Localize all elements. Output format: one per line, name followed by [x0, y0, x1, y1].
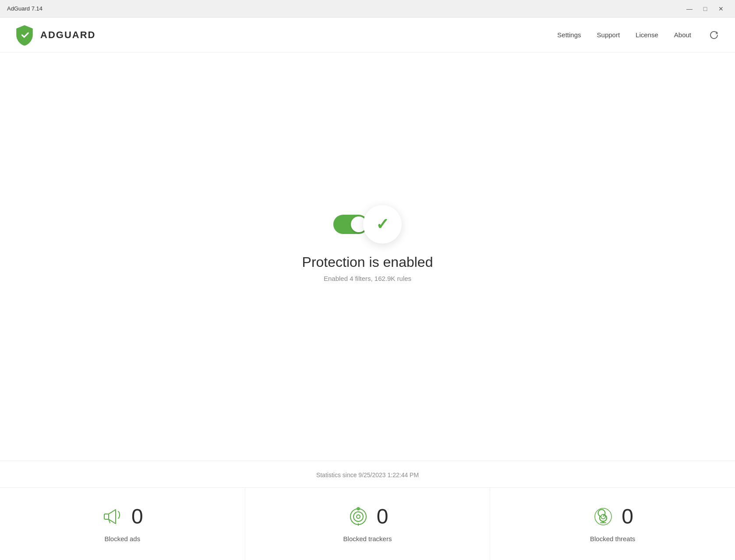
maximize-button[interactable]: □ — [698, 3, 712, 15]
target-icon — [347, 505, 370, 528]
blocked-trackers-stat: 0 Blocked trackers — [245, 488, 491, 560]
minimize-button[interactable]: — — [682, 3, 696, 15]
stats-date: Statistics since 9/25/2023 1:22:44 PM — [0, 461, 735, 488]
svg-point-3 — [357, 515, 360, 518]
biohazard-icon — [592, 505, 615, 528]
svg-point-1 — [350, 509, 366, 525]
blocked-ads-stat-top: 0 — [102, 505, 143, 528]
adguard-logo-icon — [14, 25, 35, 46]
window-controls: — □ ✕ — [682, 3, 728, 15]
protection-status-title: Protection is enabled — [302, 254, 433, 270]
stats-grid: 0 Blocked ads 0 Blocked t — [0, 488, 735, 560]
license-nav[interactable]: License — [636, 31, 658, 39]
protection-status-subtitle: Enabled 4 filters, 162.9K rules — [324, 275, 411, 282]
blocked-threats-count: 0 — [622, 506, 633, 527]
support-nav[interactable]: Support — [597, 31, 620, 39]
header: ADGUARD Settings Support License About — [0, 18, 735, 53]
app-window: ADGUARD Settings Support License About ✓ — [0, 18, 735, 560]
nav-bar: Settings Support License About — [557, 28, 721, 42]
blocked-ads-count: 0 — [131, 506, 143, 527]
blocked-trackers-label: Blocked trackers — [343, 535, 392, 542]
about-nav[interactable]: About — [674, 31, 691, 39]
refresh-icon — [709, 30, 719, 40]
titlebar: AdGuard 7.14 — □ ✕ — [0, 0, 735, 18]
protection-toggle-area: ✓ — [333, 205, 402, 244]
svg-point-2 — [353, 512, 363, 521]
logo-text: ADGUARD — [40, 29, 95, 41]
settings-nav[interactable]: Settings — [557, 31, 581, 39]
blocked-threats-label: Blocked threats — [590, 535, 635, 542]
stats-section: Statistics since 9/25/2023 1:22:44 PM 0 … — [0, 461, 735, 560]
check-mark-icon: ✓ — [376, 215, 389, 234]
close-button[interactable]: ✕ — [714, 3, 728, 15]
blocked-trackers-stat-top: 0 — [347, 505, 389, 528]
blocked-ads-label: Blocked ads — [104, 535, 140, 542]
megaphone-icon — [102, 505, 124, 528]
blocked-threats-stat-top: 0 — [592, 505, 633, 528]
refresh-button[interactable] — [707, 28, 721, 42]
logo-area: ADGUARD — [14, 25, 557, 46]
blocked-threats-stat: 0 Blocked threats — [490, 488, 735, 560]
blocked-ads-stat: 0 Blocked ads — [0, 488, 245, 560]
main-content: ✓ Protection is enabled Enabled 4 filter… — [0, 53, 735, 461]
blocked-trackers-count: 0 — [377, 506, 389, 527]
check-circle: ✓ — [363, 205, 402, 244]
titlebar-title: AdGuard 7.14 — [7, 5, 42, 12]
